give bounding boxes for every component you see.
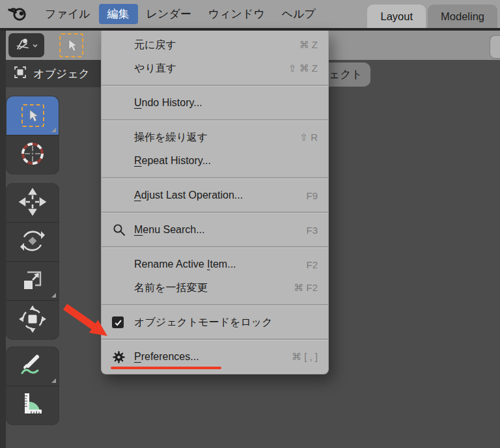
toolbar-group-2 (7, 347, 59, 425)
annotate-icon (18, 351, 47, 382)
menu-item-undo-history-[interactable]: Undo History... (102, 91, 328, 115)
menu-item-shortcut: ⇧ ⌘ Z (281, 63, 318, 74)
mode-dropdown[interactable]: オブジェク (6, 60, 101, 87)
menu-item-label: Menu Search... (134, 224, 205, 236)
search-icon (112, 223, 134, 237)
menu-item-label: 名前を一括変更 (134, 281, 207, 295)
topbar-menu-window[interactable]: ウィンドウ (200, 4, 273, 24)
mode-dropdown-label: オブジェク (33, 66, 90, 81)
toolbar-button-move[interactable] (7, 184, 59, 222)
menu-item-label: Adjust Last Operation... (134, 189, 243, 201)
gear-icon (112, 350, 134, 364)
object-mode-icon (12, 64, 28, 83)
menu-item-shortcut: ⌘ Z (292, 39, 318, 51)
subtool-indicator-icon (51, 128, 56, 132)
menu-separator (102, 177, 328, 179)
toolbar-button-rotate[interactable] (7, 223, 59, 261)
move-icon (18, 188, 47, 219)
menu-separator (102, 246, 328, 248)
menu-item-名前を一括変更[interactable]: 名前を一括変更⌘ F2 (102, 276, 328, 300)
menu-separator (102, 212, 328, 214)
header-object-menu-clipped[interactable]: ェクト (324, 63, 370, 87)
red-underline-annotation (111, 367, 221, 369)
blender-logo-icon[interactable] (8, 5, 29, 23)
menu-item-shortcut: ⌘ F2 (286, 282, 318, 294)
topbar-menu-edit[interactable]: 編集 (99, 4, 138, 24)
subtool-indicator-icon (51, 293, 56, 298)
menu-separator (102, 304, 328, 306)
topbar: ファイル 編集 レンダー ウィンドウ ヘルプ Layout Modeling (0, 0, 500, 28)
menu-item-menu-search-[interactable]: Menu Search...F3 (102, 218, 328, 242)
viewport-editor-icon (15, 36, 31, 55)
toolbar-button-select-box[interactable] (7, 96, 59, 135)
toolbar-group-0 (7, 96, 59, 174)
header-clipped-button (490, 35, 500, 59)
blender-window: ファイル 編集 レンダー ウィンドウ ヘルプ Layout Modeling (0, 0, 500, 448)
menu-item-元に戻す[interactable]: 元に戻す⌘ Z (102, 33, 328, 57)
toolbar-button-transform[interactable] (7, 301, 59, 339)
transform-icon (18, 304, 48, 337)
topbar-menu-render[interactable]: レンダー (138, 4, 200, 24)
menu-item-label: 元に戻す (134, 38, 176, 52)
menu-item-操作を繰り返す[interactable]: 操作を繰り返す⇧ R (102, 126, 328, 149)
toolbar-button-measure[interactable] (7, 386, 59, 425)
menu-item-label: 操作を繰り返す (134, 131, 208, 145)
cursor-tool-icon (18, 139, 48, 171)
select-box-icon (59, 33, 83, 57)
menu-item-label: Rename Active Item... (134, 259, 236, 270)
toolbar-button-cursor[interactable] (7, 135, 59, 174)
topbar-menu-help[interactable]: ヘルプ (273, 4, 324, 24)
topbar-menu-file[interactable]: ファイル (36, 4, 99, 24)
menu-item-label: オブジェクトモードをロック (134, 316, 273, 329)
select-box-icon (21, 104, 44, 127)
menu-item-オブジェクトモードをロック[interactable]: オブジェクトモードをロック (102, 311, 328, 334)
menu-separator (102, 85, 328, 87)
scale-icon (18, 266, 47, 297)
viewport-left-edge (0, 31, 6, 448)
toolbar-button-scale[interactable] (7, 262, 59, 300)
menu-item-やり直す[interactable]: やり直す⇧ ⌘ Z (102, 57, 328, 80)
menu-item-shortcut: F9 (298, 190, 318, 201)
toolbar-button-annotate[interactable] (7, 347, 59, 385)
menu-item-label: Repeat History... (134, 155, 211, 167)
red-arrow (62, 303, 117, 345)
menu-item-preferences-[interactable]: Preferences...⌘ [ , ] (102, 345, 328, 369)
menu-item-rename-active-item-[interactable]: Rename Active Item...F2 (102, 253, 328, 276)
menu-item-label: Undo History... (134, 97, 202, 109)
workspace-tabs: Layout Modeling (367, 5, 497, 28)
menu-item-repeat-history-[interactable]: Repeat History... (102, 149, 328, 173)
toolbar-group-1 (7, 184, 59, 339)
menu-item-label: Preferences... (134, 351, 199, 363)
menu-item-shortcut: F3 (298, 225, 318, 236)
menu-separator (102, 119, 328, 121)
menu-item-adjust-last-operation-[interactable]: Adjust Last Operation...F9 (102, 184, 328, 207)
menu-item-shortcut: ⇧ R (292, 132, 318, 143)
tab-modeling[interactable]: Modeling (428, 5, 497, 28)
menu-separator (102, 339, 328, 341)
active-tool-indicator[interactable] (58, 32, 85, 59)
menu-item-shortcut: F2 (298, 259, 318, 270)
subtool-indicator-icon (51, 378, 56, 383)
tab-layout[interactable]: Layout (367, 5, 426, 28)
chevron-down-icon (32, 40, 38, 51)
edit-menu-dropdown: 元に戻す⌘ Zやり直す⇧ ⌘ ZUndo History...操作を繰り返す⇧ … (101, 31, 329, 374)
editor-type-dropdown[interactable] (8, 33, 44, 57)
measure-icon (18, 390, 47, 421)
menu-item-label: やり直す (134, 62, 176, 76)
menu-item-shortcut: ⌘ [ , ] (284, 351, 318, 363)
rotate-icon (18, 227, 47, 258)
